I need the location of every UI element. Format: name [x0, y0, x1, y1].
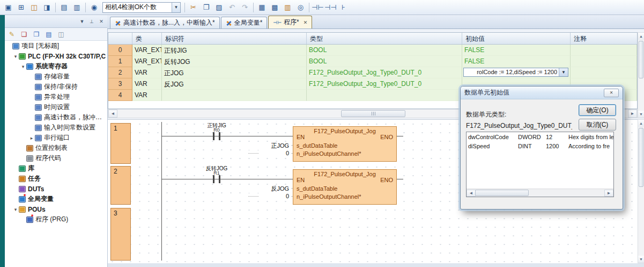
- grid-header-class[interactable]: 类: [132, 33, 162, 44]
- scroll-down-icon[interactable]: ▼: [638, 256, 644, 263]
- panel-menu-icon[interactable]: ▼: [78, 18, 86, 25]
- paste-button[interactable]: ▨: [213, 2, 225, 13]
- panel-tool-list-icon[interactable]: ▤: [43, 29, 54, 40]
- online-run-button[interactable]: ▥: [282, 2, 294, 13]
- tab-hsc-settings[interactable]: 高速计数器，脉...入，中断输入*: [110, 17, 220, 28]
- expander-closed-icon[interactable]: ▸: [29, 135, 34, 141]
- panel-tool-book-icon[interactable]: ❐: [31, 29, 42, 40]
- list-item[interactable]: dwControlCode DWORD 12 Hex digits from l…: [467, 132, 613, 141]
- contact-symbol[interactable]: [219, 132, 220, 140]
- tree-item-serial-port[interactable]: ▸ 串行端口: [5, 133, 107, 143]
- tree-item-time-setting[interactable]: 时间设置: [5, 102, 107, 112]
- grid-vertical-scrollbar[interactable]: ▲ ▼: [638, 32, 644, 118]
- print-preview-button[interactable]: ▤: [58, 2, 70, 13]
- dialog-titlebar[interactable]: 数据单元初始值 ✕: [461, 86, 623, 99]
- insert-coil-button[interactable]: ⊣⊣: [324, 2, 337, 13]
- panel-pin-icon[interactable]: ⊥: [87, 18, 96, 25]
- status-monitor-button[interactable]: ◎: [294, 2, 307, 13]
- grid-header-type[interactable]: 类型: [307, 33, 462, 44]
- scroll-right-icon[interactable]: ►: [604, 190, 613, 197]
- scrollbar-thumb[interactable]: [639, 128, 643, 187]
- tree-item-position-table[interactable]: 位置控制表: [5, 143, 107, 153]
- entity-combobox[interactable]: 相机4检测OK个数 ▼: [102, 2, 181, 13]
- transfer-button[interactable]: ⊞: [15, 2, 27, 13]
- project-offline-icon[interactable]: ◨: [41, 2, 53, 13]
- online-edit-button[interactable]: ▦: [256, 2, 268, 13]
- tree-item-plc[interactable]: ▾ PLC (FP-XH 32k C30T/P,C: [5, 51, 107, 61]
- scroll-up-icon[interactable]: ▲: [638, 33, 644, 40]
- table-row[interactable]: 0 VAR_EXTER... 正转JIG BOOL FALSE: [108, 45, 637, 56]
- panel-tool-library-icon[interactable]: ❏: [19, 29, 29, 40]
- rung-number-block[interactable]: 3: [110, 208, 131, 261]
- panel-close-icon[interactable]: ✕: [97, 18, 106, 25]
- tree-item-tasks[interactable]: 任务: [5, 174, 107, 184]
- combobox-dropdown-icon[interactable]: ▼: [172, 3, 180, 12]
- tab-program[interactable]: ⊣⊢ 程序* ✕: [268, 16, 312, 28]
- scrollbar-thumb[interactable]: [341, 110, 405, 117]
- input-operand[interactable]: 反JOG: [248, 185, 291, 193]
- function-block[interactable]: F172_PulseOutput_Jog EN ENO s_dutDataTab…: [293, 169, 397, 205]
- tree-item-duts[interactable]: DUTs: [5, 184, 107, 194]
- undo-button[interactable]: ↶: [226, 2, 238, 13]
- input-operand[interactable]: 0: [259, 193, 291, 199]
- ladder-vertical-scrollbar[interactable]: ▲ ▼: [638, 119, 644, 263]
- redo-button[interactable]: ↷: [239, 2, 251, 13]
- rung-number-block[interactable]: 1: [110, 123, 131, 164]
- tree-item-global-variables[interactable]: * 全局变量: [5, 194, 107, 204]
- entity-combobox-value[interactable]: 相机4检测OK个数: [103, 3, 172, 12]
- panel-tool-window-icon[interactable]: ◫: [56, 29, 66, 40]
- insert-rung-button[interactable]: ⊦: [337, 2, 350, 13]
- tab-global-variables[interactable]: 全局变量*: [221, 17, 268, 28]
- scroll-down-icon[interactable]: ▼: [638, 111, 644, 118]
- contact-symbol[interactable]: [219, 175, 220, 183]
- scrollbar-thumb[interactable]: [475, 190, 529, 196]
- grid-header-comment[interactable]: 注释: [571, 33, 637, 44]
- tree-item-library[interactable]: 库: [5, 163, 107, 174]
- contact-symbol[interactable]: [213, 175, 214, 183]
- initial-value-combobox[interactable]: rolCode := 12,diSpeed := 1200 ▼: [463, 68, 568, 77]
- dialog-close-icon[interactable]: ✕: [604, 89, 619, 97]
- grid-header-identifier[interactable]: 标识符: [162, 33, 307, 44]
- table-row[interactable]: 1 VAR_EXTER... 反转JOG BOOL FALSE: [108, 56, 637, 67]
- expander-open-icon[interactable]: ▾: [13, 207, 18, 212]
- input-operand[interactable]: 0: [259, 150, 291, 156]
- online-monitor-button[interactable]: ▩: [269, 2, 281, 13]
- scroll-up-icon[interactable]: ▲: [638, 120, 644, 127]
- tree-item-project[interactable]: 项目 [无标题]: [5, 41, 107, 51]
- panel-tool-edit-icon[interactable]: ✎: [6, 29, 17, 40]
- list-item[interactable]: diSpeed DINT 1200 According to fre: [467, 141, 613, 150]
- tree-item-pous[interactable]: ▾ POUs: [5, 204, 107, 214]
- cancel-button[interactable]: 取消(C): [579, 119, 616, 131]
- tree-item-hsc-pulse-interrupt[interactable]: 高速计数器，脉冲捕捉: [5, 112, 107, 122]
- input-operand[interactable]: 正JOG: [248, 142, 291, 150]
- tab-close-icon[interactable]: ✕: [304, 20, 308, 25]
- find-button[interactable]: ◉: [88, 2, 100, 13]
- contact-symbol[interactable]: [213, 132, 214, 140]
- ok-button[interactable]: 确定(O): [579, 104, 616, 116]
- function-block[interactable]: F172_PulseOutput_Jog EN ENO s_dutDataTab…: [293, 126, 397, 162]
- scroll-left-icon[interactable]: ◄: [467, 190, 476, 197]
- save-button[interactable]: ▣: [2, 2, 14, 13]
- dialog-horizontal-scrollbar[interactable]: ◄ ►: [467, 189, 613, 197]
- collapsed-dock-strip[interactable]: [0, 15, 5, 267]
- cut-button[interactable]: ✂: [187, 2, 199, 13]
- initial-value-list[interactable]: dwControlCode DWORD 12 Hex digits from l…: [466, 132, 614, 197]
- copy-button[interactable]: ❐: [200, 2, 212, 13]
- scroll-left-icon[interactable]: ◄: [108, 110, 117, 118]
- combobox-dropdown-icon[interactable]: ▼: [559, 68, 568, 76]
- tree-item-error-handling[interactable]: 异常处理: [5, 92, 107, 102]
- scroll-right-icon[interactable]: ►: [628, 110, 637, 118]
- tree-item-system-registers[interactable]: ▾ 系统寄存器: [5, 61, 107, 71]
- insert-contact-button[interactable]: ⊣⊢: [312, 2, 324, 13]
- tree-item-program-code[interactable]: 程序代码: [5, 153, 107, 163]
- expander-open-icon[interactable]: ▾: [20, 64, 26, 69]
- print-button[interactable]: ▥: [71, 2, 83, 13]
- expander-open-icon[interactable]: ▾: [13, 54, 18, 59]
- project-online-icon[interactable]: ◫: [28, 2, 40, 13]
- grid-header-initial[interactable]: 初始值: [462, 33, 571, 44]
- tree-item-memory-capacity[interactable]: 存储容量: [5, 71, 107, 82]
- tree-item-input-time-constant[interactable]: 输入时间常数设置: [5, 122, 107, 133]
- table-row[interactable]: 2 VAR 正JOG F172_PulseOutput_Jog_Type0_DU…: [108, 67, 637, 78]
- scrollbar-thumb[interactable]: [639, 41, 643, 78]
- rung-number-block[interactable]: 2: [110, 166, 131, 205]
